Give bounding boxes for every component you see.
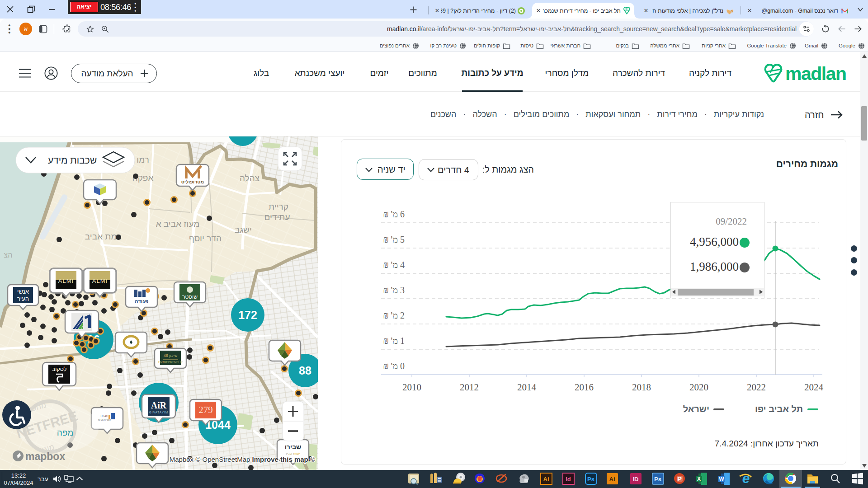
svg-text:ישגב: ישגב	[235, 225, 252, 235]
svg-text:AiR: AiR	[151, 400, 167, 410]
svg-text:X: X	[697, 476, 701, 482]
svg-text:רמו: רמו	[137, 155, 149, 164]
svg-text:Id: Id	[566, 476, 571, 483]
svg-text:אנשי: אנשי	[17, 288, 29, 295]
svg-text:Mapbox © OpenStreetMap Improve: Mapbox © OpenStreetMap Improve this map …	[170, 455, 315, 463]
svg-text:עתידים: עתידים	[264, 212, 290, 222]
svg-text:העיר: העיר	[17, 296, 29, 302]
svg-text:צהלה: צהלה	[240, 174, 259, 183]
svg-text:172: 172	[238, 309, 257, 321]
svg-text:מטרופוליס: מטרופוליס	[181, 179, 204, 184]
svg-text:פגודה: פגודה	[135, 299, 149, 304]
svg-text:שוסטר: שוסטר	[182, 294, 198, 300]
svg-text:46 שיכון: 46 שיכון	[164, 353, 178, 358]
svg-text:חברה: חברה	[101, 414, 108, 417]
svg-text:שבירו: שבירו	[285, 443, 302, 450]
svg-text:279: 279	[198, 404, 213, 415]
svg-text:ALMI: ALMI	[92, 277, 108, 284]
svg-text:Ai: Ai	[543, 476, 549, 483]
svg-text:GIVATAYIM: GIVATAYIM	[149, 411, 168, 414]
svg-text:Ps: Ps	[587, 476, 594, 483]
svg-text:הצ: הצ	[4, 251, 13, 259]
svg-text:מעוז אביב א: מעוז אביב א	[156, 219, 200, 229]
svg-text:לבנייה בע"מ: לבנייה בע"מ	[98, 418, 111, 421]
svg-text:ID: ID	[633, 476, 639, 483]
svg-text:יזמות ובניין: יזמות ובניין	[286, 452, 300, 455]
svg-text:Ai: Ai	[609, 476, 615, 483]
svg-text:ALMI: ALMI	[58, 277, 74, 284]
svg-text:רמת אביב: רמת אביב	[85, 232, 121, 241]
svg-text:לסקוב: לסקוב	[52, 366, 67, 372]
svg-text:W: W	[719, 476, 724, 482]
svg-text:P: P	[677, 475, 682, 483]
svg-text:קריית: קריית	[269, 202, 288, 211]
svg-text:מפה: מפה	[57, 428, 74, 437]
svg-text:Ps: Ps	[654, 476, 661, 483]
svg-text:ENTREPRENEUR: ENTREPRENEUR	[158, 361, 183, 364]
svg-text:88: 88	[299, 364, 311, 377]
svg-text:mapbox: mapbox	[25, 450, 65, 462]
svg-text:הדר יוסף: הדר יוסף	[189, 234, 222, 243]
svg-text:e: e	[742, 471, 750, 486]
svg-text:שכבות מידע: שכבות מידע	[48, 155, 97, 165]
